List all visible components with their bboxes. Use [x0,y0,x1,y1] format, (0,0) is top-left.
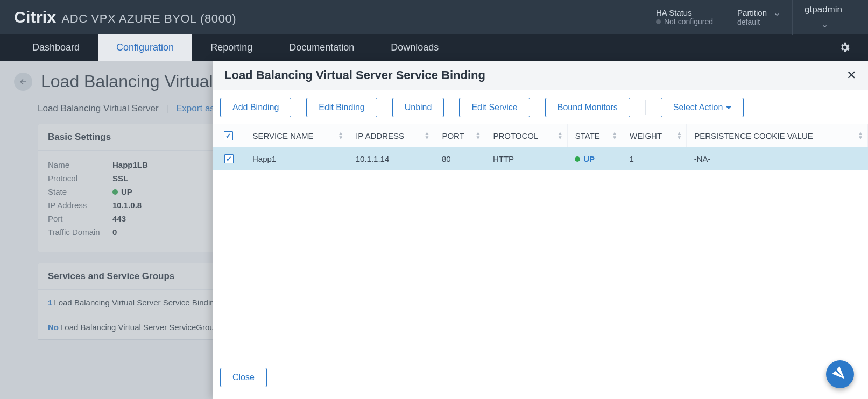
col-state[interactable]: STATE▲▼ [567,124,622,147]
edit-binding-button[interactable]: Edit Binding [306,98,377,117]
help-fab[interactable] [826,360,854,388]
ha-status-value: Not configured [656,17,713,26]
sort-icon: ▲▼ [425,131,430,140]
col-service-name[interactable]: SERVICE NAME▲▼ [245,124,348,147]
nav-configuration[interactable]: Configuration [98,34,192,61]
service-binding-panel: Load Balancing Virtual Server Service Bi… [213,61,868,399]
cell-protocol: HTTP [485,147,567,170]
binding-grid: SERVICE NAME▲▼ IP ADDRESS▲▼ PORT▲▼ PROTO… [213,124,868,170]
kv-ip-value: 10.1.0.8 [112,201,142,210]
kv-ip-label: IP Address [48,201,112,210]
kv-port-label: Port [48,214,112,223]
kv-name-label: Name [48,160,112,169]
kv-protocol-label: Protocol [48,174,112,183]
status-up-icon [112,189,118,195]
toolbar-divider [645,100,646,115]
main-nav: Dashboard Configuration Reporting Docume… [0,34,868,61]
global-header: Citrix ADC VPX AZURE BYOL (8000) HA Stat… [0,0,868,34]
user-menu[interactable]: gtpadmin ⌄ [792,0,854,35]
partition-value: default [737,18,780,26]
user-name: gtpadmin [805,4,842,15]
unbind-button[interactable]: Unbind [392,98,444,117]
panel-header: Load Balancing Virtual Server Service Bi… [213,61,868,90]
chevron-down-icon: ⌄ [821,19,828,30]
edit-service-button[interactable]: Edit Service [459,98,530,117]
kv-state-label: State [48,187,112,196]
sort-icon: ▲▼ [558,131,563,140]
sort-icon: ▲▼ [612,131,617,140]
col-checkbox [213,124,245,147]
row-checkbox[interactable] [224,154,234,163]
col-port[interactable]: PORT▲▼ [434,124,485,147]
brand-primary: Citrix [14,8,57,26]
kv-td-label: Traffic Domain [48,227,112,237]
kv-name-value: Happ1LB [112,160,148,169]
sort-icon: ▲▼ [338,131,343,140]
arrow-left-icon [19,77,27,86]
dot-grey-icon [656,19,661,24]
kv-port-value: 443 [112,214,126,223]
bound-monitors-button[interactable]: Bound Monitors [545,98,630,117]
gear-icon [839,41,851,53]
partition-block[interactable]: Partition⌄ default [725,2,792,32]
settings-gear[interactable] [822,34,868,61]
kv-state-value: UP [112,187,132,196]
close-button[interactable]: Close [220,368,267,387]
cell-service-name: Happ1 [245,147,348,170]
back-button[interactable] [14,73,32,91]
col-ip[interactable]: IP ADDRESS▲▼ [348,124,434,147]
breadcrumb-item: Load Balancing Virtual Server [38,103,159,114]
select-all-checkbox[interactable] [224,131,233,140]
ha-status-block[interactable]: HA Status Not configured [644,3,725,31]
panel-toolbar: Add Binding Edit Binding Unbind Edit Ser… [213,90,868,124]
col-weight[interactable]: WEIGHT▲▼ [622,124,687,147]
status-up-icon [575,156,580,162]
cell-weight: 1 [622,147,687,170]
kv-protocol-value: SSL [112,174,128,183]
table-row[interactable]: Happ1 10.1.1.14 80 HTTP UP 1 -NA- [213,147,868,170]
chevron-down-icon: ⌄ [773,8,780,18]
add-binding-button[interactable]: Add Binding [220,98,291,117]
sort-icon: ▲▼ [476,131,481,140]
nav-downloads[interactable]: Downloads [372,34,457,61]
breadcrumb-sep: | [166,103,168,114]
col-persistence[interactable]: PERSISTENCE COOKIE VALUE▲▼ [687,124,868,147]
cell-persistence: -NA- [687,147,868,170]
panel-title: Load Balancing Virtual Server Service Bi… [224,68,485,82]
grid-wrap: SERVICE NAME▲▼ IP ADDRESS▲▼ PORT▲▼ PROTO… [213,124,868,359]
nav-dashboard[interactable]: Dashboard [14,34,98,61]
header-right: HA Status Not configured Partition⌄ defa… [644,0,854,35]
cell-state: UP [567,147,622,170]
nav-reporting[interactable]: Reporting [192,34,271,61]
paper-plane-icon [830,365,850,384]
kv-td-value: 0 [112,227,117,237]
sort-icon: ▲▼ [676,131,682,140]
brand-secondary: ADC VPX AZURE BYOL (8000) [62,12,237,26]
col-protocol[interactable]: PROTOCOL▲▼ [485,124,567,147]
panel-close-button[interactable]: ✕ [846,68,856,82]
select-action-dropdown[interactable]: Select Action [661,98,744,117]
ha-status-label: HA Status [656,8,713,17]
partition-label: Partition⌄ [737,8,780,18]
sort-icon: ▲▼ [858,131,863,140]
cell-ip: 10.1.1.14 [348,147,434,170]
nav-documentation[interactable]: Documentation [271,34,372,61]
panel-footer: Close [213,359,868,399]
brand: Citrix ADC VPX AZURE BYOL (8000) [14,8,236,26]
cell-port: 80 [434,147,485,170]
